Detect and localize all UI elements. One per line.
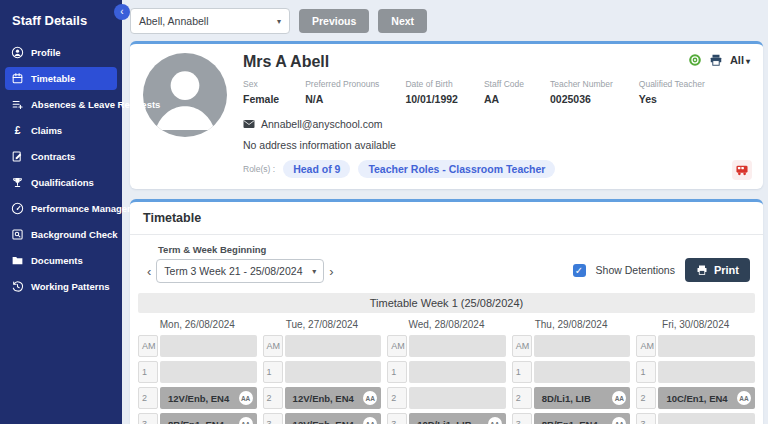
period-label-cell: 2 [387, 387, 407, 409]
teacher-initials-badge: AA [612, 417, 626, 424]
period-label-cell: 1 [636, 361, 656, 383]
show-detentions-checkbox[interactable]: ✓ [573, 264, 586, 277]
profile-field-preferred-pronouns: Preferred PronounsN/A [305, 79, 379, 105]
sidebar-item-working-patterns[interactable]: Working Patterns [5, 275, 117, 298]
lesson-cell: 12V/Enb, EN4AA [160, 387, 257, 409]
sidebar: ‹ Staff Details ProfileTimetableAbsences… [0, 0, 122, 424]
field-label: Preferred Pronouns [305, 79, 379, 89]
print-profile-icon[interactable] [709, 53, 723, 67]
period-label-cell: 1 [387, 361, 407, 383]
empty-cell [409, 335, 506, 357]
period-row: AM [138, 335, 257, 357]
previous-button[interactable]: Previous [299, 9, 369, 33]
teacher-initials-badge: AA [737, 391, 751, 405]
person-silhouette-icon [143, 53, 227, 137]
sidebar-item-label: Background Check [31, 229, 118, 240]
sidebar-item-profile[interactable]: Profile [5, 41, 117, 64]
period-row: AM [636, 335, 755, 357]
lesson-text: 8B/En1, EN4 [542, 419, 598, 424]
lesson-text: 12V/Enb, EN4 [168, 393, 229, 404]
sidebar-item-absences-leave-requests[interactable]: Absences & Leave Requests [5, 93, 117, 116]
period-label-cell: 2 [138, 387, 158, 409]
period-label-cell: AM [387, 335, 407, 357]
background-check-icon [11, 228, 24, 241]
period-row: AM [512, 335, 631, 357]
week-title: Timetable Week 1 (25/08/2024) [138, 293, 755, 313]
sidebar-item-timetable[interactable]: Timetable [5, 67, 117, 90]
sidebar-item-label: Contracts [31, 151, 75, 162]
printer-icon [696, 264, 708, 276]
all-filter-dropdown[interactable]: All▾ [730, 54, 750, 66]
timetable-grid: Mon, 26/08/2024AM1212V/Enb, EN4AA38B/En1… [138, 315, 755, 424]
chevron-down-icon: ▾ [746, 57, 750, 66]
staff-select[interactable]: Abell, Annabell ▾ [130, 8, 290, 34]
period-label-cell: 1 [263, 361, 283, 383]
period-row: AM [387, 335, 506, 357]
topbar: Abell, Annabell ▾ Previous Next [130, 8, 763, 34]
period-row: 1 [263, 361, 382, 383]
profile-field-sex: SexFemale [243, 79, 279, 105]
next-week-button[interactable]: › [328, 265, 334, 278]
previous-week-button[interactable]: ‹ [146, 265, 152, 278]
sidebar-item-qualifications[interactable]: Qualifications [5, 171, 117, 194]
period-row: 310D/Li1, LIBAA [387, 413, 506, 424]
sidebar-item-background-check[interactable]: Background Check [5, 223, 117, 246]
period-row: 1 [138, 361, 257, 383]
period-row: 312V/Enb, EN4AA [263, 413, 382, 424]
lesson-text: 12V/Enb, EN4 [293, 393, 354, 404]
print-button-label: Print [714, 264, 739, 276]
timetable-table: Timetable Week 1 (25/08/2024) Mon, 26/08… [130, 293, 763, 424]
period-label-cell: 3 [512, 413, 532, 424]
period-label-cell: AM [636, 335, 656, 357]
profile-field-qualified-teacher: Qualified TeacherYes [639, 79, 705, 105]
claims-icon: £ [11, 124, 24, 137]
teacher-initials-badge: AA [363, 391, 377, 405]
role-pills: Head of 9Teacher Roles - Classroom Teach… [283, 160, 555, 178]
empty-cell [409, 387, 506, 409]
staff-select-value: Abell, Annabell [139, 15, 208, 27]
period-row: 212V/Enb, EN4AA [138, 387, 257, 409]
profile-card: Mrs A Abell All▾ SexFemalePreferred Pro [130, 41, 763, 189]
day-header: Mon, 26/08/2024 [138, 315, 257, 335]
sidebar-item-label: Timetable [31, 73, 75, 84]
lesson-cell: 10D/Li1, LIBAA [409, 413, 506, 424]
working-patterns-icon [11, 280, 24, 293]
period-row: 1 [636, 361, 755, 383]
field-label: Date of Birth [405, 79, 458, 89]
performance-icon [11, 202, 24, 215]
sidebar-item-claims[interactable]: £Claims [5, 119, 117, 142]
period-row: 28D/Li1, LIBAA [512, 387, 631, 409]
profile-field-date-of-birth: Date of Birth10/01/1992 [405, 79, 458, 105]
roles-label: Role(s) : [243, 164, 275, 174]
lesson-cell: 8D/Li1, LIBAA [534, 387, 631, 409]
all-filter-label: All [730, 54, 744, 66]
period-row: 1 [512, 361, 631, 383]
minibus-icon[interactable] [732, 160, 752, 180]
period-label-cell: 3 [138, 413, 158, 424]
lesson-cell: 12V/Enb, EN4AA [285, 387, 382, 409]
chevron-down-icon: ▾ [312, 267, 316, 276]
sidebar-collapse-button[interactable]: ‹ [114, 4, 130, 20]
day-column: Wed, 28/08/2024AM12310D/Li1, LIBAA49C/En… [387, 315, 506, 424]
period-label-cell: 3 [387, 413, 407, 424]
absences-icon [11, 98, 24, 111]
lesson-cell: 10C/En1, EN4AA [658, 387, 755, 409]
empty-cell [285, 361, 382, 383]
sidebar-item-contracts[interactable]: Contracts [5, 145, 117, 168]
field-label: Qualified Teacher [639, 79, 705, 89]
print-button[interactable]: Print [685, 258, 750, 282]
lesson-text: 12V/Enb, EN4 [293, 419, 354, 424]
period-label-cell: AM [512, 335, 532, 357]
day-column: Fri, 30/08/2024AM1210C/En1, EN4AA3410C/E… [636, 315, 755, 424]
status-icon[interactable] [688, 53, 702, 67]
sidebar-item-documents[interactable]: Documents [5, 249, 117, 272]
email-row: Annabell@anyschool.com [243, 118, 750, 130]
address-note: No address information available [243, 139, 750, 151]
term-week-label: Term & Week Beginning [158, 244, 335, 255]
term-week-select[interactable]: Term 3 Week 21 - 25/08/2024 ▾ [156, 259, 324, 283]
field-label: Sex [243, 79, 279, 89]
next-button[interactable]: Next [378, 9, 427, 33]
day-column: Mon, 26/08/2024AM1212V/Enb, EN4AA38B/En1… [138, 315, 257, 424]
period-row: 1 [387, 361, 506, 383]
sidebar-item-performance-management[interactable]: Performance Management [5, 197, 117, 220]
